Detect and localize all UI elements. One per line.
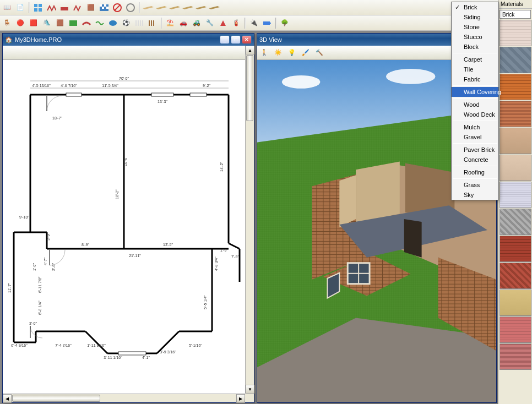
svg-marker-28	[220, 20, 226, 26]
tool-curve-icon[interactable]	[80, 17, 93, 29]
tool-nosign-icon[interactable]	[111, 2, 123, 14]
svg-rect-9	[106, 7, 108, 9]
tool-paint-icon[interactable]: 🖌️	[300, 47, 312, 59]
tool-board6-icon[interactable]	[208, 2, 220, 14]
tool-page-icon[interactable]: 📄	[14, 2, 26, 14]
material-swatch-2[interactable]	[500, 74, 531, 100]
dropdown-item-block[interactable]: Block	[452, 42, 498, 52]
tool-fence-brown-icon[interactable]	[146, 17, 159, 29]
svg-rect-0	[34, 4, 37, 7]
tool-pond-icon[interactable]	[107, 17, 119, 29]
tool-fence4-icon[interactable]: 🟫	[85, 2, 97, 14]
separator	[29, 2, 30, 13]
tool-grid-icon[interactable]	[32, 2, 44, 14]
dim-d16: 1'-9"	[220, 248, 228, 252]
tool-board5-icon[interactable]	[195, 2, 207, 14]
tool-board1-icon[interactable]	[142, 2, 154, 14]
material-swatch-5[interactable]	[500, 155, 531, 181]
tool-sandbox-icon[interactable]	[67, 17, 79, 29]
dropdown-item-fabric[interactable]: Fabric	[452, 74, 498, 84]
plan-window-title: My3DHome.PRO	[15, 36, 62, 43]
tool-hydrant-icon[interactable]: 🧯	[230, 17, 242, 29]
tool-fence1-icon[interactable]	[45, 2, 57, 14]
scroll-right-icon[interactable]: ▶	[236, 394, 245, 403]
material-swatch-10[interactable]	[500, 290, 531, 316]
scroll-thumb[interactable]	[246, 55, 253, 121]
tool-ball-icon[interactable]: ⚽	[120, 17, 132, 29]
tool-car-icon[interactable]: 🚗	[177, 17, 189, 29]
tool-bulb-icon[interactable]: 💡	[286, 47, 298, 59]
tool-fence2-icon[interactable]	[58, 2, 70, 14]
dropdown-item-paver-brick[interactable]: Paver Brick	[452, 145, 498, 155]
tool-circle-icon[interactable]	[124, 2, 137, 14]
tool-battery-icon[interactable]	[261, 17, 273, 29]
tool-umbrella-icon[interactable]: ⛱️	[164, 17, 176, 29]
tool-slide-icon[interactable]: 🛝	[41, 17, 53, 29]
tool-tractor-icon[interactable]: 🚜	[191, 17, 203, 29]
tool-book-icon[interactable]: 📖	[1, 2, 13, 14]
material-swatch-4[interactable]	[500, 128, 531, 154]
dropdown-separator	[453, 166, 497, 166]
material-swatch-7[interactable]	[500, 209, 531, 235]
tool-tree-icon[interactable]: 🌳	[279, 17, 291, 29]
tool-play1-icon[interactable]: 🔴	[14, 17, 26, 29]
dropdown-item-stucco[interactable]: Stucco	[452, 32, 498, 42]
material-swatch-8[interactable]	[500, 236, 531, 262]
dropdown-item-siding[interactable]: Siding	[452, 12, 498, 22]
dropdown-item-carpet[interactable]: Carpet	[452, 54, 498, 64]
tool-checker-icon[interactable]	[98, 2, 110, 14]
tool-fence-white-icon[interactable]	[133, 17, 145, 29]
plan-scrollbar-vertical[interactable]: ▲ ▼	[245, 46, 254, 394]
tool-plug-icon[interactable]: 🔌	[248, 17, 260, 29]
scroll-down-icon[interactable]: ▼	[246, 385, 254, 394]
dropdown-item-stone[interactable]: Stone	[452, 22, 498, 32]
svg-marker-14	[156, 6, 167, 9]
tool-fence3-icon[interactable]	[72, 2, 84, 14]
dropdown-item-grass[interactable]: Grass	[452, 180, 498, 190]
tool-cone-icon[interactable]	[217, 17, 229, 29]
material-swatch-6[interactable]	[500, 182, 531, 208]
dim-d17: 4'-8 3/4"	[214, 256, 218, 271]
tool-board3-icon[interactable]	[169, 2, 181, 14]
minimize-button[interactable]: _	[220, 35, 230, 44]
material-swatch-12[interactable]	[500, 343, 531, 370]
tool-walk-icon[interactable]: 🚶	[258, 47, 270, 59]
material-swatch-0[interactable]	[500, 20, 531, 46]
dropdown-item-wall-covering[interactable]: Wall Covering	[452, 87, 498, 97]
material-swatch-9[interactable]	[500, 263, 531, 289]
dropdown-item-concrete[interactable]: Concrete	[452, 155, 498, 165]
plan-scrollbar-horizontal[interactable]: ◀ ▶	[3, 394, 245, 402]
scroll-up-icon[interactable]: ▲	[246, 46, 254, 54]
tool-wave-icon[interactable]	[94, 17, 106, 29]
dim-d25: 3'-9 3/16"	[160, 350, 176, 354]
tool-hammer-icon[interactable]: 🔨	[313, 47, 325, 59]
tool-play2-icon[interactable]: 🟥	[28, 17, 40, 29]
tool-board2-icon[interactable]	[155, 2, 167, 14]
tool-mower-icon[interactable]: 🔧	[204, 17, 216, 29]
dropdown-item-roofing[interactable]: Roofing	[452, 167, 498, 177]
plan-canvas[interactable]: 70'-0" 4'-5 13/16" 4'-6 7/16" 11'-5 3/4"…	[3, 60, 245, 394]
materials-category[interactable]: Brick	[500, 10, 531, 19]
dropdown-item-mulch[interactable]: Mulch	[452, 122, 498, 132]
svg-rect-2	[34, 8, 37, 12]
dim-d19: 5'-5 1/4"	[203, 295, 207, 309]
tool-board4-icon[interactable]	[182, 2, 194, 14]
dropdown-item-tile[interactable]: Tile	[452, 64, 498, 74]
material-swatch-1[interactable]	[500, 47, 531, 73]
material-swatch-11[interactable]	[500, 316, 531, 343]
scroll-thumb[interactable]	[12, 395, 100, 402]
dropdown-item-wood[interactable]: Wood	[452, 100, 498, 110]
scroll-left-icon[interactable]: ◀	[3, 394, 12, 403]
tool-bench-icon[interactable]: 🪑	[1, 17, 13, 29]
close-button[interactable]: ✕	[242, 35, 252, 44]
tool-sun-icon[interactable]: ☀️	[272, 47, 284, 59]
plan-titlebar[interactable]: 🏠 My3DHome.PRO _ □ ✕	[3, 34, 254, 46]
svg-marker-72	[356, 161, 400, 225]
dropdown-item-brick[interactable]: Brick	[452, 2, 498, 12]
dropdown-item-sky[interactable]: Sky	[452, 190, 498, 200]
dropdown-item-gravel[interactable]: Gravel	[452, 132, 498, 142]
maximize-button[interactable]: □	[231, 35, 241, 44]
tool-swing-icon[interactable]: 🟫	[54, 17, 66, 29]
dropdown-item-wood-deck[interactable]: Wood Deck	[452, 110, 498, 119]
material-swatch-3[interactable]	[500, 101, 531, 127]
